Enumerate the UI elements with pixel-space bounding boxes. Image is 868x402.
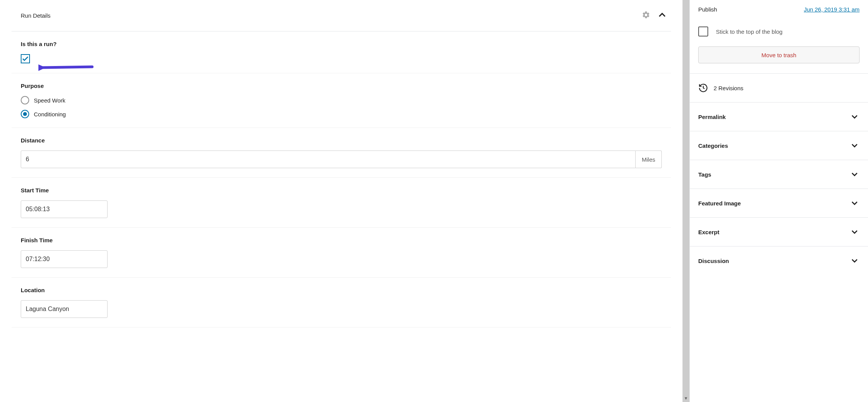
is-run-checkbox[interactable]: [21, 54, 30, 63]
start-time-input[interactable]: [21, 200, 108, 218]
history-icon: [698, 83, 708, 93]
scroll-down-arrow-icon[interactable]: ▼: [684, 396, 688, 400]
finish-time-input[interactable]: [21, 250, 108, 268]
accordion-categories[interactable]: Categories: [690, 131, 868, 160]
accordion-label: Categories: [698, 142, 728, 149]
radio-speed-work[interactable]: Speed Work: [21, 96, 662, 104]
stick-row: Stick to the top of the blog: [690, 19, 868, 46]
scroll-track[interactable]: ▼: [682, 0, 689, 402]
field-finish-time: Finish Time: [12, 228, 671, 278]
chevron-down-icon: [850, 256, 860, 266]
radio-conditioning[interactable]: Conditioning: [21, 110, 662, 118]
stick-label: Stick to the top of the blog: [716, 28, 782, 35]
accordion-featured-image[interactable]: Featured Image: [690, 189, 868, 218]
chevron-down-icon: [850, 198, 860, 208]
publish-date-link[interactable]: Jun 26, 2019 3:31 am: [804, 6, 860, 13]
purpose-radio-group: Speed Work Conditioning: [21, 96, 662, 118]
chevron-down-icon: [850, 112, 860, 122]
accordion-label: Discussion: [698, 258, 729, 264]
field-label-is-run: Is this a run?: [21, 41, 662, 47]
trash-wrap: Move to trash: [690, 46, 868, 74]
accordion-label: Excerpt: [698, 229, 719, 235]
panel-header: Run Details: [12, 0, 671, 31]
accordion-label: Permalink: [698, 114, 726, 120]
accordion-label: Featured Image: [698, 200, 741, 207]
accordion-label: Tags: [698, 171, 711, 178]
chevron-down-icon: [850, 169, 860, 179]
publish-row: Publish Jun 26, 2019 3:31 am: [690, 0, 868, 19]
field-distance: Distance Miles: [12, 128, 671, 178]
location-input[interactable]: [21, 300, 108, 318]
field-purpose: Purpose Speed Work Conditioning: [12, 73, 671, 128]
chevron-up-icon[interactable]: [656, 9, 668, 22]
panel-title: Run Details: [21, 12, 51, 19]
distance-input-group: Miles: [21, 151, 662, 168]
chevron-down-icon: [850, 141, 860, 151]
field-location: Location: [12, 278, 671, 328]
settings-sidebar: Publish Jun 26, 2019 3:31 am Stick to th…: [689, 0, 868, 402]
radio-icon: [21, 96, 29, 104]
main-content-area: Run Details Is this a run? Purpose: [0, 0, 682, 402]
distance-unit-label: Miles: [636, 151, 662, 168]
field-label-location: Location: [21, 287, 662, 293]
panel-actions: [642, 9, 668, 22]
accordion-discussion[interactable]: Discussion: [690, 246, 868, 275]
distance-input[interactable]: [21, 151, 636, 168]
radio-label: Speed Work: [34, 97, 65, 104]
field-is-run: Is this a run?: [12, 31, 671, 73]
chevron-down-icon: [850, 227, 860, 237]
move-to-trash-button[interactable]: Move to trash: [698, 46, 860, 63]
field-start-time: Start Time: [12, 178, 671, 228]
field-label-purpose: Purpose: [21, 83, 662, 89]
radio-icon: [21, 110, 29, 118]
field-label-distance: Distance: [21, 137, 662, 144]
accordion-excerpt[interactable]: Excerpt: [690, 218, 868, 246]
field-label-finish-time: Finish Time: [21, 237, 662, 243]
gear-icon[interactable]: [642, 11, 650, 20]
radio-label: Conditioning: [34, 111, 66, 117]
revisions-label: 2 Revisions: [714, 85, 744, 91]
accordion-tags[interactable]: Tags: [690, 160, 868, 189]
field-label-start-time: Start Time: [21, 187, 662, 194]
publish-label: Publish: [698, 6, 717, 13]
stick-checkbox[interactable]: [698, 26, 708, 36]
revisions-row[interactable]: 2 Revisions: [690, 74, 868, 103]
accordion-permalink[interactable]: Permalink: [690, 103, 868, 131]
